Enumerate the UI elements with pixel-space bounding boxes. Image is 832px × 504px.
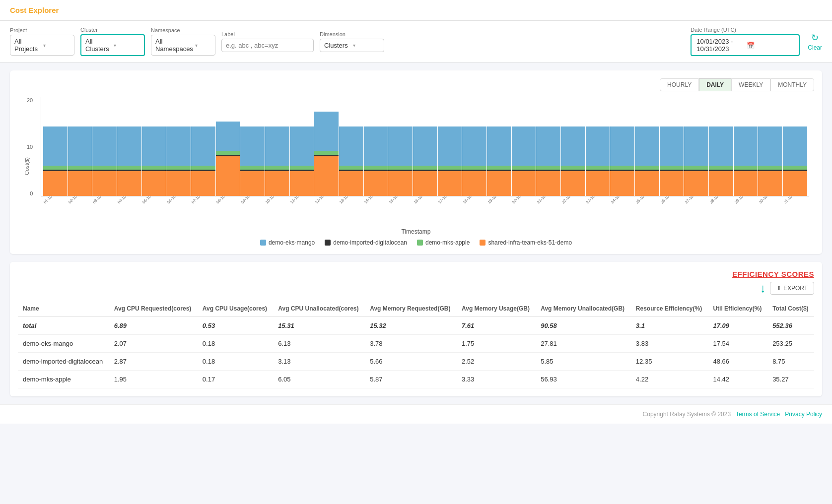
table-body: total6.890.5315.3115.327.6190.583.117.09… [18,316,814,388]
project-select[interactable]: All Projects ▾ [10,35,74,56]
col-header-total_cost: Total Cost($) [767,301,814,316]
bar-segment-mango [216,122,240,151]
bar-segment-apple [265,166,289,170]
project-label: Project [10,27,74,33]
col-header-resource_eff: Resource Efficiency(%) [631,301,708,316]
bar-segment-apple [117,166,141,170]
dimension-select[interactable]: Clusters ▾ [320,39,384,52]
bar-segment-mango [561,126,585,166]
bar-col [216,97,240,196]
bar-segment-mango [92,126,117,166]
col-header-avg_cpu_unalloc: Avg CPU Unallocated(cores) [273,301,365,316]
y-axis: 20 10 0 [27,97,35,196]
bar-col [734,97,758,196]
bar-col [166,97,191,196]
page-title: Cost Explorer [10,6,59,14]
bar-col [487,97,511,196]
cell-avg_mem_req: 5.87 [365,371,457,388]
bar-segment-shared [68,171,92,196]
cell-avg_cpu_unalloc: 6.05 [273,371,365,388]
bar-segment-shared [709,171,733,196]
bar-segment-apple [339,166,363,170]
bar-segment-apple [462,166,486,170]
bar-segment-shared [191,171,215,196]
efficiency-scores-area: EFFICIENCY SCORES [732,270,814,278]
privacy-policy-link[interactable]: Privacy Policy [785,411,822,418]
top-bar: Cost Explorer [0,0,832,21]
bar-segment-apple [758,166,782,170]
bar-segment-shared [339,171,363,196]
filter-bar: Project All Projects ▾ Cluster All Clust… [0,21,832,63]
col-header-avg_mem_use: Avg Memory Usage(GB) [457,301,536,316]
legend-item-shared: shared-infra-team-eks-51-demo [480,239,572,246]
bar-col [364,97,388,196]
col-header-avg_cpu_req: Avg CPU Requested(cores) [109,301,198,316]
arrow-down-icon: ↓ [760,281,766,295]
bar-col [92,97,117,196]
cell-resource_eff: 12.35 [631,353,708,371]
bar-segment-mango [43,126,68,166]
data-table: NameAvg CPU Requested(cores)Avg CPU Usag… [18,301,814,388]
cell-total_cost: 552.36 [767,316,814,335]
date-range-box[interactable]: 10/01/2023 - 10/31/2023 📅 [691,34,800,56]
bar-segment-mango [684,126,708,166]
bar-segment-apple [314,151,339,155]
calendar-icon: 📅 [747,42,794,49]
cell-avg_mem_use: 7.61 [457,316,536,335]
chart-legend: demo-eks-mangodemo-imported-digitalocean… [18,239,814,246]
export-button[interactable]: ⬆ EXPORT [770,282,814,295]
bar-col [413,97,437,196]
table-row: total6.890.5315.3115.327.6190.583.117.09… [18,316,814,335]
bar-segment-mango [758,126,782,166]
bar-segment-apple [734,166,758,170]
bar-segment-mango [290,126,314,166]
bar-col [709,97,733,196]
namespace-select[interactable]: All Namespaces ▾ [151,35,215,56]
cell-avg_mem_unalloc: 27.81 [536,335,631,353]
cell-name: demo-eks-mango [18,335,109,353]
cell-avg_cpu_req: 1.95 [109,371,198,388]
dimension-chevron-icon: ▾ [353,43,380,48]
bar-segment-shared [783,171,807,196]
table-row: demo-mks-apple1.950.176.055.873.3356.934… [18,371,814,388]
bar-segment-apple [364,166,388,170]
date-range-value: 10/01/2023 - 10/31/2023 [696,38,744,53]
daily-button[interactable]: DAILY [699,78,731,91]
bar-segment-apple [635,166,659,170]
cell-avg_mem_req: 15.32 [365,316,457,335]
bar-segment-apple [684,166,708,170]
monthly-button[interactable]: MONTHLY [770,78,814,91]
bar-col [684,97,708,196]
table-row: demo-eks-mango2.070.186.133.781.7527.813… [18,335,814,353]
bar-segment-shared [487,171,511,196]
bar-segment-mango [142,126,166,166]
weekly-button[interactable]: WEEKLY [731,78,770,91]
hourly-button[interactable]: HOURLY [660,78,699,91]
bar-segment-shared [240,171,265,196]
bar-segment-mango [191,126,215,166]
bar-col [290,97,314,196]
bar-segment-apple [512,166,536,170]
bar-segment-shared [388,171,413,196]
cell-resource_eff: 3.1 [631,316,708,335]
bar-segment-shared [265,171,289,196]
bar-segment-shared [92,171,117,196]
cell-name: demo-imported-digitalocean [18,353,109,371]
bar-col [610,97,634,196]
label-input[interactable] [221,39,314,52]
terms-of-service-link[interactable]: Terms of Service [736,411,780,418]
cell-avg_cpu_use: 0.18 [198,335,273,353]
bar-segment-mango [635,126,659,166]
clear-button[interactable]: ↻ Clear [808,32,822,51]
table-header: NameAvg CPU Requested(cores)Avg CPU Usag… [18,301,814,316]
x-axis-title: Timestamp [23,228,809,235]
cluster-select[interactable]: All Clusters ▾ [80,34,145,56]
cell-avg_mem_unalloc: 90.58 [536,316,631,335]
cell-util_eff: 17.09 [708,316,767,335]
bar-segment-mango [413,126,437,166]
legend-item-digitalocean: demo-imported-digitalocean [325,239,407,246]
cell-avg_mem_use: 1.75 [457,335,536,353]
bar-segment-mango [388,126,413,166]
bar-segment-apple [240,166,265,170]
bar-segment-shared [734,171,758,196]
